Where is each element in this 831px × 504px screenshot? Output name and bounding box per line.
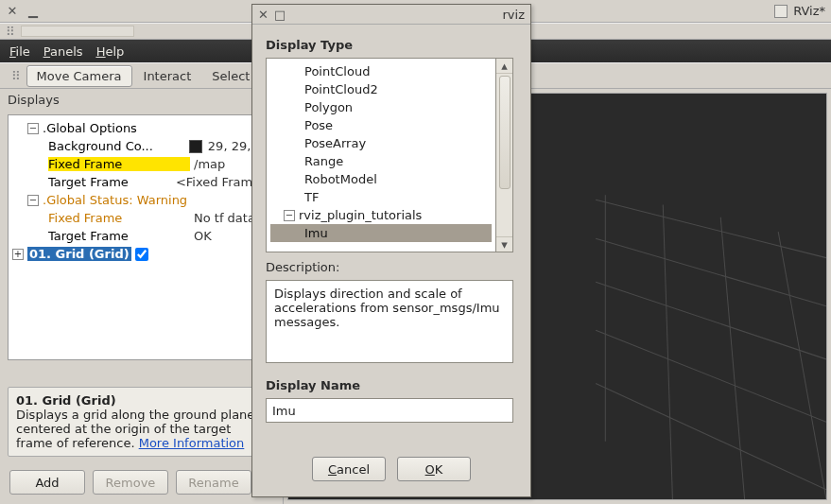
scroll-down-icon[interactable]: ▾ <box>496 236 512 252</box>
displays-button-row: Add Remove Rename <box>0 464 283 504</box>
svg-line-7 <box>720 217 744 499</box>
menu-help[interactable]: Help <box>96 44 125 59</box>
scrollbar[interactable]: ▴ ▾ <box>496 58 513 252</box>
display-type-list[interactable]: PointCloud PointCloud2 Polygon Pose Pose… <box>266 58 496 252</box>
add-display-dialog: ✕ □ rviz Display Type PointCloud PointCl… <box>251 4 531 497</box>
list-item[interactable]: Range <box>270 152 492 170</box>
menu-file[interactable]: File <box>9 44 30 59</box>
dialog-body: Display Type PointCloud PointCloud2 Poly… <box>252 25 530 496</box>
cancel-button[interactable]: Cancel <box>312 457 386 481</box>
tree-label: .Global Options <box>43 121 137 135</box>
window-icon <box>774 5 788 18</box>
tree-val: /map <box>194 157 225 171</box>
tree-key: Fixed Frame <box>48 157 190 171</box>
collapse-icon[interactable]: − <box>27 123 39 134</box>
svg-line-3 <box>596 330 826 422</box>
tree-status-target-frame[interactable]: Target Frame OK <box>10 227 272 245</box>
scroll-up-icon[interactable]: ▴ <box>496 59 512 74</box>
tree-key: Target Frame <box>48 229 190 243</box>
list-item[interactable]: PointCloud2 <box>270 80 492 98</box>
display-type-list-wrap: PointCloud PointCloud2 Polygon Pose Pose… <box>266 58 517 252</box>
maximize-icon[interactable]: □ <box>274 8 286 22</box>
collapse-icon[interactable]: − <box>284 210 295 221</box>
display-name-label: Display Name <box>266 378 517 392</box>
list-item[interactable]: Pose <box>270 116 492 134</box>
close-icon[interactable]: ✕ <box>6 5 19 18</box>
displays-panel: Displays − .Global Options Background Co… <box>0 89 284 504</box>
sub-handle-icon: ⠿ <box>6 25 15 39</box>
displays-tree[interactable]: − .Global Options Background Co... 29, 2… <box>8 114 275 360</box>
svg-line-8 <box>778 232 826 499</box>
list-group-label: rviz_plugin_tutorials <box>299 208 422 222</box>
tool-interact[interactable]: Interact <box>134 66 201 86</box>
list-item[interactable]: PoseArray <box>270 134 492 152</box>
expand-icon[interactable]: + <box>12 249 24 260</box>
display-type-label: Display Type <box>266 38 517 52</box>
rename-button[interactable]: Rename <box>176 470 251 495</box>
tree-key: Target Frame <box>48 175 172 189</box>
svg-line-4 <box>596 383 826 489</box>
tree-label: .Global Status: Warning <box>43 193 187 207</box>
tree-global-status[interactable]: − .Global Status: Warning <box>10 191 272 209</box>
svg-line-6 <box>663 204 672 499</box>
grid-enabled-checkbox[interactable] <box>135 248 148 261</box>
more-info-link[interactable]: More Information <box>139 436 245 450</box>
dialog-button-row: Cancel OK <box>266 447 517 487</box>
list-group[interactable]: − rviz_plugin_tutorials <box>270 206 492 224</box>
remove-button[interactable]: Remove <box>93 470 168 495</box>
tree-key: Fixed Frame <box>48 211 190 225</box>
color-swatch <box>189 140 202 153</box>
list-item[interactable]: Polygon <box>270 98 492 116</box>
list-item[interactable]: RobotModel <box>270 170 492 188</box>
scroll-thumb[interactable] <box>499 76 511 189</box>
add-button[interactable]: Add <box>9 470 85 495</box>
tree-key: Background Co... <box>48 139 185 153</box>
tree-status-fixed-frame[interactable]: Fixed Frame No tf data. . <box>10 209 272 227</box>
svg-line-2 <box>596 282 826 359</box>
tree-global-options[interactable]: − .Global Options <box>10 119 272 137</box>
displays-panel-title: Displays <box>0 89 283 111</box>
list-item[interactable]: TF <box>270 188 492 206</box>
window-title: RViz* <box>793 4 825 18</box>
dialog-titlebar[interactable]: ✕ □ rviz <box>252 5 530 25</box>
tree-grid[interactable]: + 01. Grid (Grid) <box>10 245 272 263</box>
tree-fixed-frame[interactable]: Fixed Frame /map <box>10 155 272 173</box>
tool-move-camera[interactable]: Move Camera <box>26 65 132 87</box>
ok-button[interactable]: OK <box>397 457 471 481</box>
display-description-box: 01. Grid (Grid) Displays a grid along th… <box>8 387 275 457</box>
tree-label: 01. Grid (Grid) <box>27 247 131 261</box>
menu-panels[interactable]: Panels <box>43 44 83 59</box>
description-text: Displays direction and scale of accelera… <box>266 280 513 363</box>
minimize-icon[interactable]: ▁ <box>26 5 40 18</box>
list-item[interactable]: PointCloud <box>270 62 492 80</box>
tree-val: OK <box>194 229 212 243</box>
list-item-selected[interactable]: Imu <box>270 224 492 242</box>
display-name-input[interactable] <box>266 398 513 423</box>
close-icon[interactable]: ✕ <box>258 8 268 22</box>
collapse-icon[interactable]: − <box>27 195 39 206</box>
tree-bg-color[interactable]: Background Co... 29, 29, 29 <box>10 137 272 155</box>
sub-blank <box>21 26 134 37</box>
description-label: Description: <box>266 260 517 274</box>
tree-target-frame[interactable]: Target Frame <Fixed Frame> <box>10 173 272 191</box>
toolbar-handle-icon: ⠿ <box>8 69 25 83</box>
dialog-title: rviz <box>503 8 525 22</box>
desc-title: 01. Grid (Grid) <box>16 393 267 408</box>
